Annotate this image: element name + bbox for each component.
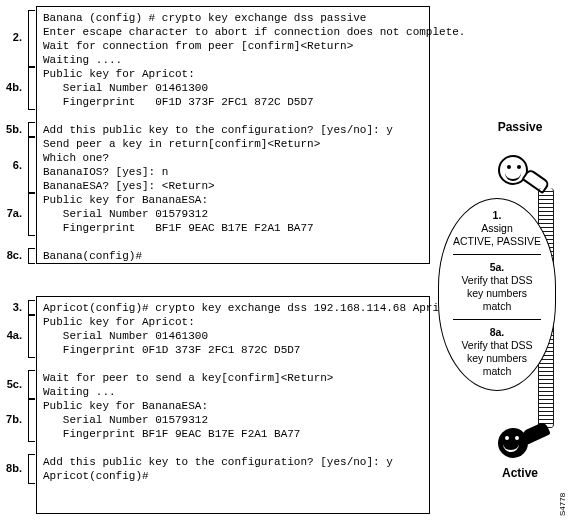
figure-number: S4778: [558, 493, 567, 516]
step-marker-6: 6.: [0, 158, 24, 172]
term-line: Waiting ....: [43, 54, 122, 66]
step-marker-4a: 4a.: [0, 328, 24, 342]
step-marker-3: 3.: [0, 300, 24, 314]
term-line: Fingerprint 0F1D 373F 2FC1 872C D5D7: [43, 96, 314, 108]
bubble-step-5a: 5a. Verify that DSS key numbers match: [445, 261, 549, 313]
term-line: Apricot(config)#: [43, 470, 149, 482]
bracket: [28, 370, 35, 400]
label-passive: Passive: [480, 120, 560, 134]
bracket: [28, 454, 35, 484]
phone-handset-icon: [521, 421, 550, 445]
bracket: [28, 398, 35, 442]
step-marker-2: 2.: [0, 30, 24, 44]
bubble-step-num: 1.: [493, 209, 502, 221]
term-line: Wait for connection from peer [confirm]<…: [43, 40, 353, 52]
separator: [453, 254, 541, 255]
term-line: Wait for peer to send a key[confirm]<Ret…: [43, 372, 333, 384]
bubble-step-num: 8a.: [490, 326, 505, 338]
terminal-apricot: Apricot(config)# crypto key exchange dss…: [36, 296, 430, 514]
term-line: BananaESA? [yes]: <Return>: [43, 180, 215, 192]
term-line: Banana (config) # crypto key exchange ds…: [43, 12, 366, 24]
terminal-banana: Banana (config) # crypto key exchange ds…: [36, 6, 430, 264]
bubble-step-text: Verify that DSS key numbers match: [461, 339, 532, 377]
term-line: Banana(config)#: [43, 250, 142, 262]
diagram-page: Banana (config) # crypto key exchange ds…: [0, 0, 574, 523]
step-marker-5b: 5b.: [0, 122, 24, 136]
term-line: Public key for Apricot:: [43, 68, 195, 80]
bubble-step-8a: 8a. Verify that DSS key numbers match: [445, 326, 549, 378]
term-line: Serial Number 01461300: [43, 330, 208, 342]
term-line: BananaIOS? [yes]: n: [43, 166, 168, 178]
label-active: Active: [480, 466, 560, 480]
step-marker-7a: 7a.: [0, 206, 24, 220]
term-line: Waiting ...: [43, 386, 116, 398]
term-line: Serial Number 01579312: [43, 414, 208, 426]
bubble-step-1: 1. Assign ACTIVE, PASSIVE: [445, 209, 549, 248]
term-line: Serial Number 01579312: [43, 208, 208, 220]
bracket: [28, 66, 35, 110]
term-line: Public key for BananaESA:: [43, 400, 208, 412]
step-marker-8c: 8c.: [0, 248, 24, 262]
term-line: Fingerprint BF1F 9EAC B17E F2A1 BA77: [43, 222, 314, 234]
term-line: Fingerprint BF1F 9EAC B17E F2A1 BA77: [43, 428, 300, 440]
step-marker-7b: 7b.: [0, 412, 24, 426]
term-line: Send peer a key in return[confirm]<Retur…: [43, 138, 320, 150]
bracket: [28, 10, 35, 68]
speech-bubble: 1. Assign ACTIVE, PASSIVE 5a. Verify tha…: [438, 198, 556, 391]
term-line: Add this public key to the configuration…: [43, 124, 393, 136]
term-line: Fingerprint 0F1D 373F 2FC1 872C D5D7: [43, 344, 300, 356]
step-marker-5c: 5c.: [0, 377, 24, 391]
term-line: Public key for Apricot:: [43, 316, 195, 328]
bracket: [28, 192, 35, 236]
step-marker-4b: 4b.: [0, 80, 24, 94]
term-line: Which one?: [43, 152, 109, 164]
bracket: [28, 314, 35, 358]
bubble-step-text: Verify that DSS key numbers match: [461, 274, 532, 312]
bubble-step-text: Assign ACTIVE, PASSIVE: [453, 222, 541, 247]
step-marker-8b: 8b.: [0, 461, 24, 475]
term-line: Public key for BananaESA:: [43, 194, 208, 206]
term-line: Add this public key to the configuration…: [43, 456, 393, 468]
separator: [453, 319, 541, 320]
bracket: [28, 136, 35, 194]
term-line: Serial Number 01461300: [43, 82, 208, 94]
bubble-step-num: 5a.: [490, 261, 505, 273]
term-line: Apricot(config)# crypto key exchange dss…: [43, 302, 459, 314]
bracket: [28, 248, 35, 264]
term-line: Enter escape character to abort if conne…: [43, 26, 465, 38]
